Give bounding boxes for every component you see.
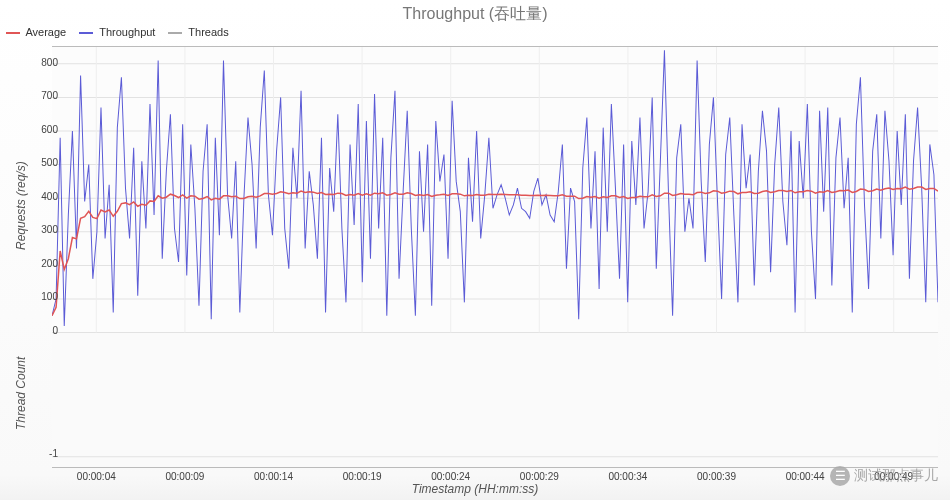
lower-panel bbox=[52, 333, 938, 467]
legend-swatch bbox=[79, 32, 93, 34]
x-tick-label: 00:00:24 bbox=[431, 471, 470, 482]
legend-swatch bbox=[168, 32, 182, 34]
x-tick-label: 00:00:29 bbox=[520, 471, 559, 482]
legend-label: Throughput bbox=[99, 26, 155, 38]
y-tick-label: 700 bbox=[18, 90, 58, 101]
y-tick-label: 200 bbox=[18, 258, 58, 269]
watermark-icon: ☰ bbox=[830, 466, 850, 486]
y-axis-label-upper: Requests (req/s) bbox=[14, 161, 28, 250]
chart-legend: Average Throughput Threads bbox=[6, 26, 239, 38]
y-tick-label: 300 bbox=[18, 224, 58, 235]
upper-plot-svg bbox=[52, 47, 938, 333]
plot-area bbox=[52, 46, 938, 468]
chart-title: Throughput (吞吐量) bbox=[0, 0, 950, 25]
legend-item-threads: Threads bbox=[168, 26, 228, 38]
y-axis-label-lower: Thread Count bbox=[14, 357, 28, 430]
x-tick-label: 00:00:34 bbox=[608, 471, 647, 482]
x-tick-label: 00:00:09 bbox=[165, 471, 204, 482]
x-tick-label: 00:00:39 bbox=[697, 471, 736, 482]
lower-plot-svg bbox=[52, 333, 938, 467]
x-tick-label: 00:00:19 bbox=[343, 471, 382, 482]
x-tick-label: 00:00:44 bbox=[786, 471, 825, 482]
y-tick-label: 100 bbox=[18, 291, 58, 302]
y-tick-label: 0 bbox=[18, 325, 58, 336]
y-tick-label: 500 bbox=[18, 157, 58, 168]
x-tick-label: 00:00:04 bbox=[77, 471, 116, 482]
y-tick-label: 600 bbox=[18, 124, 58, 135]
legend-swatch bbox=[6, 32, 20, 34]
y-tick-label: 800 bbox=[18, 57, 58, 68]
watermark: ☰ 测试那点事儿 bbox=[830, 466, 938, 486]
chart-container: Throughput (吞吐量) Average Throughput Thre… bbox=[0, 0, 950, 500]
x-tick-label: 00:00:14 bbox=[254, 471, 293, 482]
legend-item-throughput: Throughput bbox=[79, 26, 155, 38]
y-tick-label: -1 bbox=[18, 448, 58, 459]
legend-item-average: Average bbox=[6, 26, 66, 38]
watermark-text: 测试那点事儿 bbox=[854, 467, 938, 485]
legend-label: Average bbox=[25, 26, 66, 38]
x-axis-label: Timestamp (HH:mm:ss) bbox=[412, 482, 539, 496]
legend-label: Threads bbox=[188, 26, 228, 38]
upper-panel bbox=[52, 47, 938, 334]
y-tick-label: 400 bbox=[18, 191, 58, 202]
